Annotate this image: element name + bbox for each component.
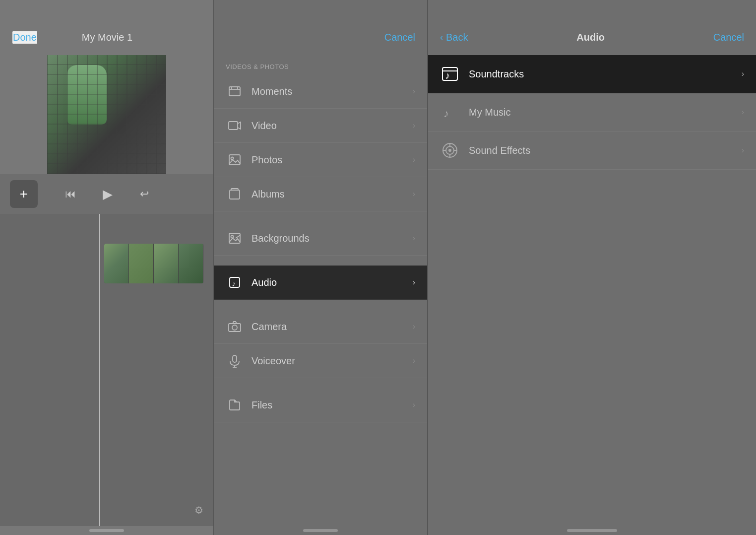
svg-rect-16 xyxy=(233,355,237,362)
back-chevron-icon: ‹ xyxy=(440,32,443,43)
svg-point-25 xyxy=(449,149,451,151)
svg-point-6 xyxy=(231,157,234,160)
clip-thumbnail xyxy=(104,244,129,283)
albums-icon xyxy=(226,185,244,203)
files-icon xyxy=(226,396,244,414)
preview-figure xyxy=(67,65,107,125)
undo-icon[interactable]: ↩ xyxy=(140,188,149,201)
svg-rect-9 xyxy=(229,233,240,243)
left-panel: Done My Movie 1 + ⏮ ▶ ↩ ⚙ xyxy=(0,0,213,535)
voiceover-icon xyxy=(226,352,244,370)
my-music-chevron: › xyxy=(742,108,744,117)
audio-list: ♪ Soundtracks › ♪ My Music › xyxy=(428,55,756,170)
right-cancel-button[interactable]: Cancel xyxy=(713,32,744,43)
menu-list: VIDEOS & PHOTOS Moments › xyxy=(214,55,427,526)
sidebar-item-albums[interactable]: Albums › xyxy=(214,177,427,211)
left-header: Done My Movie 1 xyxy=(0,0,213,55)
sidebar-item-video[interactable]: Video › xyxy=(214,109,427,143)
left-scrollbar xyxy=(89,529,124,532)
back-label: Back xyxy=(446,32,468,43)
svg-text:♪: ♪ xyxy=(232,279,236,288)
moments-chevron: › xyxy=(413,87,415,96)
my-music-icon: ♪ xyxy=(440,102,460,122)
sidebar-item-backgrounds[interactable]: Backgrounds › xyxy=(214,221,427,256)
soundtracks-icon: ♪ xyxy=(440,64,460,84)
soundtracks-chevron: › xyxy=(742,69,744,78)
camera-label: Camera xyxy=(252,321,413,333)
video-chevron: › xyxy=(413,121,415,130)
camera-chevron: › xyxy=(413,322,415,331)
sound-effects-label: Sound Effects xyxy=(469,145,742,156)
files-label: Files xyxy=(252,400,413,411)
timeline-clip[interactable] xyxy=(104,244,203,283)
settings-icon[interactable]: ⚙ xyxy=(194,504,203,516)
preview-image xyxy=(47,55,166,174)
video-icon xyxy=(226,117,244,134)
middle-cancel-button[interactable]: Cancel xyxy=(384,32,415,43)
audio-item-soundtracks[interactable]: ♪ Soundtracks › xyxy=(428,55,756,93)
soundtracks-label: Soundtracks xyxy=(469,68,742,80)
sidebar-item-files[interactable]: Files › xyxy=(214,388,427,422)
middle-panel: Cancel VIDEOS & PHOTOS Moments › xyxy=(213,0,428,535)
back-button[interactable]: ‹ Back xyxy=(440,32,468,43)
svg-point-15 xyxy=(232,325,237,330)
svg-rect-8 xyxy=(231,189,238,190)
svg-text:♪: ♪ xyxy=(443,107,449,120)
photos-chevron: › xyxy=(413,155,415,164)
clip-thumbnail xyxy=(129,244,154,283)
divider-1 xyxy=(214,211,427,221)
albums-chevron: › xyxy=(413,190,415,199)
divider-3 xyxy=(214,300,427,310)
right-panel: ‹ Back Audio Cancel ♪ Soundtracks › ♪ xyxy=(428,0,756,535)
add-media-button[interactable]: + xyxy=(10,180,38,208)
middle-header: Cancel xyxy=(214,0,427,55)
files-chevron: › xyxy=(413,401,415,409)
backgrounds-icon xyxy=(226,229,244,247)
play-button[interactable]: ▶ xyxy=(103,187,113,202)
svg-rect-0 xyxy=(229,87,240,96)
middle-scrollbar xyxy=(303,529,338,532)
svg-rect-7 xyxy=(230,190,240,199)
sidebar-item-moments[interactable]: Moments › xyxy=(214,74,427,109)
svg-text:♪: ♪ xyxy=(445,70,450,81)
audio-chevron: › xyxy=(413,278,415,287)
svg-line-11 xyxy=(236,235,240,238)
project-title: My Movie 1 xyxy=(82,32,132,43)
video-preview xyxy=(47,55,166,174)
backgrounds-chevron: › xyxy=(413,234,415,243)
clip-thumbnail xyxy=(179,244,203,283)
sidebar-item-photos[interactable]: Photos › xyxy=(214,143,427,177)
sidebar-item-audio[interactable]: ♪ Audio › xyxy=(214,266,427,300)
audio-item-sound-effects[interactable]: Sound Effects › xyxy=(428,132,756,170)
playback-controls: + ⏮ ▶ ↩ xyxy=(0,174,213,214)
playhead xyxy=(99,214,100,526)
video-label: Video xyxy=(252,120,413,132)
right-scrollbar xyxy=(567,529,617,532)
sidebar-item-voiceover[interactable]: Voiceover › xyxy=(214,344,427,378)
voiceover-chevron: › xyxy=(413,356,415,365)
sidebar-item-camera[interactable]: Camera › xyxy=(214,310,427,344)
backgrounds-label: Backgrounds xyxy=(252,233,413,244)
audio-label: Audio xyxy=(252,277,413,288)
divider-4 xyxy=(214,378,427,388)
my-music-label: My Music xyxy=(469,107,742,118)
sound-effects-icon xyxy=(440,140,460,160)
done-button[interactable]: Done xyxy=(12,31,38,44)
moments-label: Moments xyxy=(252,86,413,97)
svg-point-10 xyxy=(231,236,234,238)
rewind-icon[interactable]: ⏮ xyxy=(65,188,76,201)
timeline: ⚙ xyxy=(0,214,213,526)
clip-thumbnail xyxy=(154,244,179,283)
audio-item-my-music[interactable]: ♪ My Music › xyxy=(428,93,756,132)
section-label: VIDEOS & PHOTOS xyxy=(214,55,427,74)
moments-icon xyxy=(226,82,244,100)
camera-icon xyxy=(226,318,244,335)
divider-2 xyxy=(214,256,427,266)
albums-label: Albums xyxy=(252,189,413,200)
audio-icon: ♪ xyxy=(226,273,244,291)
right-header: ‹ Back Audio Cancel xyxy=(428,0,756,55)
sound-effects-chevron: › xyxy=(742,146,744,155)
photos-icon xyxy=(226,151,244,169)
right-panel-title: Audio xyxy=(576,32,605,43)
svg-rect-5 xyxy=(229,155,240,165)
